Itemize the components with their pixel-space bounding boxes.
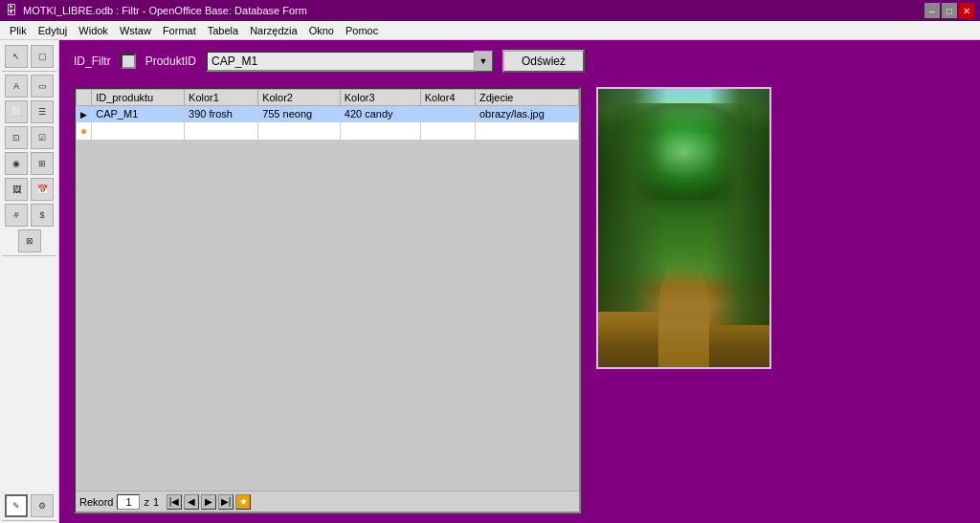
col-zdjecie: Zdjecie	[475, 90, 578, 106]
nav-next-button[interactable]: ▶	[201, 494, 216, 510]
minimize-button[interactable]: –	[924, 3, 940, 18]
tool-radio[interactable]: ◉	[5, 152, 28, 175]
content-area: ID_Filtr ProduktID CAP_M1 ▼ Odśwież	[59, 40, 980, 523]
produkt-select-wrapper: CAP_M1 ▼	[206, 51, 493, 72]
produkt-id-label: ProduktID	[145, 54, 196, 68]
produkt-id-select[interactable]: CAP_M1	[206, 51, 493, 72]
tool-arrow[interactable]: ↖	[5, 45, 28, 68]
menu-narzedzia[interactable]: Narzędzia	[244, 24, 303, 37]
data-table: ID_produktu Kolor1 Kolor2 Kolor3 Kolor4 …	[76, 89, 579, 141]
tool-button[interactable]: ⬜	[5, 100, 28, 123]
menu-pomoc[interactable]: Pomoc	[340, 24, 384, 37]
menu-bar: Plik Edytuj Widok Wstaw Format Tabela Na…	[0, 21, 980, 40]
close-button[interactable]: ✕	[959, 3, 974, 18]
new-row-kolor1[interactable]	[185, 122, 258, 141]
col-kolor1: Kolor1	[185, 90, 258, 106]
refresh-button[interactable]: Odśwież	[502, 50, 585, 73]
new-row-id[interactable]	[92, 122, 185, 141]
cell-zdjecie[interactable]: obrazy/las.jpg	[475, 106, 578, 122]
table-footer: Rekord z 1 |◀ ◀ ▶ ▶| ★	[76, 490, 579, 512]
menu-tabela[interactable]: Tabela	[202, 24, 244, 37]
tool-select[interactable]: ▢	[31, 45, 54, 68]
id-filtr-label: ID_Filtr	[74, 54, 111, 68]
forest-image	[598, 89, 769, 367]
sidebar: ↖ ▢ A ▭ ⬜ ☰ ⊡ ☑ ◉ ⊞ 🖼 📅 # $ ⊠ ✎ ⚙	[0, 40, 59, 523]
cell-kolor2[interactable]: 755 neong	[258, 106, 341, 122]
col-kolor4: Kolor4	[420, 90, 475, 106]
total-records: 1	[153, 496, 159, 508]
nav-new-button[interactable]: ★	[235, 494, 251, 510]
table-row[interactable]: ▶ CAP_M1 390 frosh 755 neong 420 candy o…	[77, 106, 579, 122]
nav-first-button[interactable]: |◀	[167, 494, 182, 510]
main-container: ↖ ▢ A ▭ ⬜ ☰ ⊡ ☑ ◉ ⊞ 🖼 📅 # $ ⊠ ✎ ⚙ ID_Fil…	[0, 40, 980, 523]
maximize-button[interactable]: □	[942, 3, 957, 18]
tool-numfield[interactable]: #	[5, 204, 28, 227]
forest-tree-left	[598, 89, 667, 312]
filter-bar: ID_Filtr ProduktID CAP_M1 ▼ Odśwież	[74, 50, 966, 73]
table-new-row[interactable]: ●	[77, 122, 579, 141]
dropdown-arrow-icon[interactable]: ▼	[474, 51, 493, 72]
tool-design-mode[interactable]: ✎	[5, 494, 28, 517]
id-filtr-checkbox[interactable]	[121, 54, 136, 69]
new-row-kolor2[interactable]	[258, 122, 341, 141]
tool-datefield[interactable]: 📅	[31, 178, 54, 201]
record-number-input[interactable]	[117, 494, 140, 510]
cell-kolor1[interactable]: 390 frosh	[185, 106, 258, 122]
col-kolor2: Kolor2	[258, 90, 341, 106]
tool-label[interactable]: A	[5, 75, 28, 98]
table-container: ID_produktu Kolor1 Kolor2 Kolor3 Kolor4 …	[74, 87, 581, 513]
cell-kolor3[interactable]: 420 candy	[340, 106, 420, 122]
title-text: MOTKI_LIBRE.odb : Filtr - OpenOffice Bas…	[23, 5, 307, 16]
menu-format[interactable]: Format	[157, 24, 202, 37]
menu-widok[interactable]: Widok	[73, 24, 114, 37]
col-kolor3: Kolor3	[340, 90, 420, 106]
tool-listbox[interactable]: ☰	[31, 100, 54, 123]
tool-pattern[interactable]: ⊠	[18, 229, 41, 252]
image-panel	[595, 87, 772, 513]
menu-wstaw[interactable]: Wstaw	[114, 24, 157, 37]
nav-last-button[interactable]: ▶|	[218, 494, 234, 510]
forest-path	[658, 256, 710, 367]
tool-currency[interactable]: $	[31, 204, 54, 227]
cell-id-produktu[interactable]: CAP_M1	[92, 106, 185, 122]
menu-plik[interactable]: Plik	[4, 24, 33, 37]
new-row-zdjecie[interactable]	[475, 122, 578, 141]
tool-checkbox[interactable]: ☑	[31, 126, 54, 149]
new-row-kolor4[interactable]	[420, 122, 475, 141]
tool-image[interactable]: 🖼	[5, 178, 28, 201]
forest-tree-right	[709, 89, 769, 325]
rekord-label: Rekord	[79, 496, 113, 508]
play-icon: ▶	[80, 110, 87, 120]
title-bar: 🗄 MOTKI_LIBRE.odb : Filtr - OpenOffice B…	[0, 0, 980, 21]
new-row-kolor3[interactable]	[340, 122, 420, 141]
forest-image-frame	[596, 87, 771, 369]
menu-edytuj[interactable]: Edytuj	[33, 24, 74, 37]
row-active-indicator: ▶	[77, 106, 92, 122]
cell-kolor4[interactable]	[420, 106, 475, 122]
app-icon: 🗄	[6, 4, 17, 17]
tool-groupbox[interactable]: ⊞	[31, 152, 54, 175]
tool-textbox[interactable]: ▭	[31, 75, 54, 98]
new-row-indicator: ●	[77, 122, 92, 141]
tool-wizard[interactable]: ⚙	[31, 494, 54, 517]
menu-okno[interactable]: Okno	[303, 24, 340, 37]
z-label: z	[144, 496, 149, 508]
tool-combobox[interactable]: ⊡	[5, 126, 28, 149]
nav-prev-button[interactable]: ◀	[184, 494, 199, 510]
table-section: ID_produktu Kolor1 Kolor2 Kolor3 Kolor4 …	[74, 87, 966, 513]
col-id-produktu: ID_produktu	[92, 90, 185, 106]
new-row-icon: ●	[80, 124, 87, 138]
col-indicator	[77, 90, 92, 106]
